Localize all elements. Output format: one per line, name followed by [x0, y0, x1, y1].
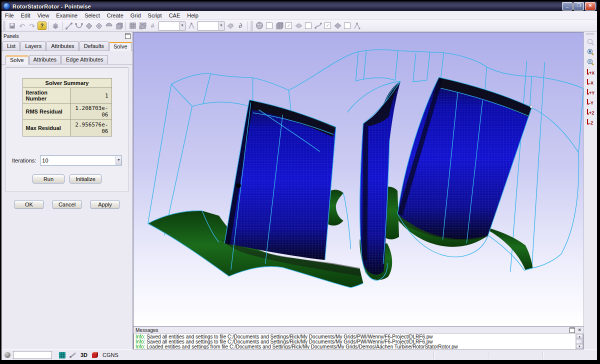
status-bar: 3D CGNS	[2, 350, 597, 360]
view-plus-z-button[interactable]: +Z	[586, 107, 596, 117]
status-cell	[488, 352, 542, 358]
help-icon[interactable]: ?	[37, 21, 47, 31]
menu-cae[interactable]: CAE	[166, 12, 184, 19]
zoom-icon[interactable]	[586, 37, 596, 47]
menu-script[interactable]: Script	[144, 12, 166, 19]
toolbar-separator	[48, 22, 49, 30]
view-minus-y-button[interactable]: -Y	[586, 97, 596, 107]
iterations-input[interactable]	[40, 156, 116, 165]
menu-edit[interactable]: Edit	[18, 12, 34, 19]
chevron-down-icon[interactable]: ▼	[179, 22, 185, 30]
tab-solve-attributes[interactable]: Attributes	[29, 55, 61, 64]
grid-status-icon[interactable]	[59, 352, 66, 358]
connector-mask-icon[interactable]	[313, 21, 323, 31]
zoom-fit-icon[interactable]	[586, 47, 596, 57]
minimize-button[interactable]: _	[562, 2, 572, 10]
menu-examine[interactable]: Examine	[52, 12, 81, 19]
extrude-tool-icon[interactable]	[104, 21, 114, 31]
float-messages-icon[interactable]	[570, 328, 575, 333]
redo-icon[interactable]: ↷	[27, 21, 37, 31]
connector-mask-checkbox[interactable]	[305, 22, 312, 29]
mask-icon[interactable]	[254, 21, 264, 31]
view-plus-x-button[interactable]: +X	[586, 67, 596, 77]
tab-attributes[interactable]: Attributes	[46, 42, 78, 50]
database-mask-icon[interactable]	[332, 21, 342, 31]
partial-derivative-icon[interactable]: ∂	[236, 21, 246, 31]
toolbar-drag-handle[interactable]	[586, 33, 594, 35]
messages-scrollbar[interactable]: ▲ ▼	[576, 334, 583, 349]
main-toolbar: ↶ ↷ ? #	[2, 20, 597, 32]
scroll-down-icon[interactable]: ▼	[576, 344, 583, 349]
block-mask-icon[interactable]	[274, 21, 284, 31]
view-minus-x-button[interactable]: -X	[586, 77, 596, 87]
title-bar[interactable]: RotorStatorRotor - Pointwise _ ❐ ✕	[2, 2, 597, 11]
spacing-mask-icon[interactable]	[352, 21, 362, 31]
status-input[interactable]	[13, 351, 52, 359]
restore-button[interactable]: ❐	[574, 2, 584, 10]
undo-icon[interactable]: ↶	[17, 21, 27, 31]
center-column: Messages ✕ Info: Saved all entities and …	[133, 32, 584, 350]
structured-domain-icon[interactable]	[94, 21, 104, 31]
block-tool-icon[interactable]	[114, 21, 124, 31]
messages-header: Messages ✕	[134, 326, 584, 334]
layers-icon[interactable]	[50, 21, 60, 31]
run-button[interactable]: Run	[32, 174, 64, 184]
solve-tab-bar: Solve Attributes Edge Attributes	[2, 51, 132, 64]
dimension-combo[interactable]: ▼	[158, 22, 186, 30]
toolbar-drag-handle[interactable]	[3, 22, 6, 30]
toolbar-separator	[126, 22, 126, 30]
toolbar-separator	[247, 22, 248, 30]
view-plus-y-button[interactable]: +Y	[586, 87, 596, 97]
viewport-3d[interactable]	[133, 32, 584, 326]
domain-mask-icon[interactable]	[294, 21, 304, 31]
float-panel-icon[interactable]	[125, 34, 130, 39]
zoom-reset-icon[interactable]	[586, 57, 596, 67]
menu-help[interactable]: Help	[184, 12, 202, 19]
connector-status-icon[interactable]	[70, 352, 76, 358]
scroll-thumb[interactable]	[576, 340, 583, 344]
tab-layers[interactable]: Layers	[20, 42, 46, 50]
initialize-button[interactable]: Initialize	[70, 174, 102, 184]
menu-grid[interactable]: Grid	[127, 12, 144, 19]
spacing-combo[interactable]: ▼	[198, 22, 224, 30]
domain-tool-icon[interactable]	[84, 21, 94, 31]
chevron-down-icon[interactable]: ▼	[218, 22, 224, 30]
save-icon[interactable]	[7, 21, 17, 31]
menu-view[interactable]: View	[34, 12, 53, 19]
close-messages-icon[interactable]: ✕	[578, 328, 582, 332]
menu-create[interactable]: Create	[104, 12, 127, 19]
viewport-3d-scene[interactable]	[134, 32, 584, 326]
tab-defaults[interactable]: Defaults	[80, 42, 108, 50]
database-mask-checkbox[interactable]: ✓	[324, 22, 331, 29]
view-minus-z-button[interactable]: -Z	[586, 117, 596, 127]
tab-solve[interactable]: Solve	[109, 42, 132, 51]
close-button[interactable]: ✕	[585, 2, 596, 10]
solve-panel-icon[interactable]	[226, 21, 236, 31]
mask-block-checkbox[interactable]	[266, 22, 272, 29]
connector-tool-icon[interactable]	[64, 21, 74, 31]
iterations-combo[interactable]: ▼	[40, 156, 122, 166]
toolbar-drag-handle[interactable]	[250, 22, 253, 30]
dialog-button-row: OK Cancel Apply	[2, 200, 132, 209]
apply-button[interactable]: Apply	[90, 200, 120, 209]
domain-mask-checkbox[interactable]: ✓	[286, 22, 292, 29]
curve-tool-icon[interactable]	[74, 21, 84, 31]
menu-bar: File Edit View Examine Select Create Gri…	[2, 11, 597, 20]
spacing-mask-checkbox[interactable]	[344, 22, 350, 29]
scroll-up-icon[interactable]: ▲	[576, 334, 583, 339]
tab-solve-solve[interactable]: Solve	[6, 56, 28, 64]
unstructured-grid-icon[interactable]	[138, 21, 148, 31]
chevron-down-icon[interactable]: ▼	[116, 156, 122, 165]
control-point[interactable]	[530, 106, 532, 108]
menu-file[interactable]: File	[2, 12, 18, 19]
spacing-icon[interactable]	[186, 21, 196, 31]
selection-point[interactable]	[236, 183, 241, 188]
ok-button[interactable]: OK	[14, 200, 44, 209]
cancel-button[interactable]: Cancel	[52, 200, 82, 209]
menu-select[interactable]: Select	[81, 12, 104, 19]
tab-solve-edge-attributes[interactable]: Edge Attributes	[62, 55, 108, 64]
rms-residual-label: RMS Residual	[22, 104, 70, 120]
tab-list[interactable]: List	[2, 42, 20, 50]
dimension-icon[interactable]: #	[148, 21, 158, 31]
structured-grid-icon[interactable]	[128, 21, 138, 31]
